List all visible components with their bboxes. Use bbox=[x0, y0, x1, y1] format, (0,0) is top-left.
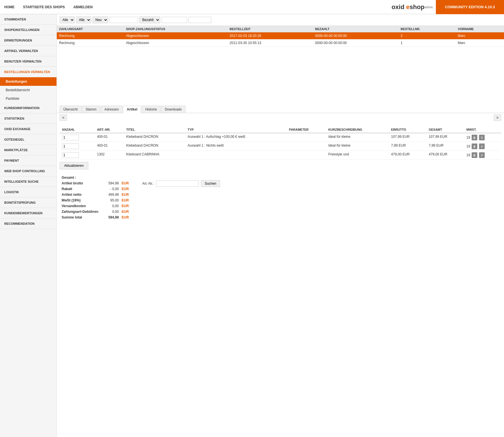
nav-arrow-right[interactable]: > bbox=[494, 115, 501, 121]
sidebar-item-stammdaten[interactable]: STAMMDATEN bbox=[0, 14, 57, 25]
filter-dropdown-3[interactable]: Neu bbox=[93, 16, 108, 23]
header: HOME STARTSEITE DES SHOPS ABMELDEN oxid … bbox=[0, 0, 504, 14]
filter-dropdown-1[interactable]: Alle bbox=[60, 16, 75, 23]
pause-icon-3[interactable]: ⏸ bbox=[479, 152, 485, 158]
table-row[interactable]: Rechnung Abgeschlossen 2017-02-03 18:20:… bbox=[57, 32, 504, 39]
art-nr-2: 400-01 bbox=[95, 142, 124, 151]
summary-label-3: MwSt (19%) bbox=[60, 198, 100, 203]
aktualisieren-button[interactable]: Aktualisieren bbox=[60, 162, 88, 169]
summary-row: Artikel brutto 594,98 EUR bbox=[60, 181, 130, 186]
cell-bezahlt: 0000-00-00 00:00:00 bbox=[313, 39, 398, 47]
nav-startseite[interactable]: STARTSEITE DES SHOPS bbox=[23, 5, 65, 9]
summary-label-1: Rabatt bbox=[60, 186, 100, 192]
logo: oxid eshop admin bbox=[389, 2, 436, 12]
summary-label-5: Zahlungsart-Gebühren bbox=[60, 209, 100, 214]
sidebar-item-intelligente-suche[interactable]: INTELLIGENTE SUCHE bbox=[0, 176, 57, 187]
kurzbeschreibung-2: Ideal für kleine bbox=[326, 142, 389, 151]
col-bezahlt: BEZAHLT bbox=[313, 26, 398, 32]
sidebar-item-kundenbewertungen[interactable]: KUNDENBEWERTUNGEN bbox=[0, 208, 57, 218]
sidebar-item-bonitaetspruefung[interactable]: BONITÄTSPRÜFUNG bbox=[0, 197, 57, 208]
sidebar-item-bestellungen-verwalten[interactable]: BESTELLUNGEN VERWALTEN bbox=[0, 67, 57, 77]
mwst-1: 19 bbox=[467, 136, 470, 140]
filter-bar: Alle Alle Neu Bezahlt bbox=[57, 14, 504, 26]
typ-1: Auswahl 1 : Aufschlag +100,00 € weiß bbox=[185, 133, 287, 142]
sidebar-item-logistik[interactable]: LOGISTIK bbox=[0, 187, 57, 197]
anzahl-input-3[interactable] bbox=[62, 152, 79, 158]
sidebar-item-shopeinstellungen[interactable]: SHOPEINSTELLUNGEN bbox=[0, 25, 57, 35]
summary-currency-0: EUR bbox=[121, 181, 130, 186]
filter-input-2[interactable] bbox=[162, 17, 187, 23]
sidebar-subitem-packliste[interactable]: Packliste bbox=[0, 94, 57, 103]
tab-artikel[interactable]: Artikel bbox=[123, 106, 141, 113]
cell-zahlungsart: Rechnung bbox=[57, 39, 124, 47]
typ-2: Auswahl 1 : Nichts weiß bbox=[185, 142, 287, 151]
parameter-1 bbox=[287, 133, 326, 142]
table-row[interactable]: Rechnung Abgeschlossen 2011-03-30 10:55:… bbox=[57, 39, 504, 47]
anzahl-input-1[interactable] bbox=[62, 135, 79, 140]
kurzbeschreibung-1: Ideal für kleine bbox=[326, 133, 389, 142]
summary-label-0: Artikel brutto bbox=[60, 181, 100, 186]
tab-stamm[interactable]: Stamm bbox=[82, 106, 100, 113]
order-table: ZAHLUNGSART SHOP-ZAHLUNGSSTATUS BESTELLZ… bbox=[57, 26, 504, 47]
filter-dropdown-4[interactable]: Bezahlt bbox=[139, 16, 160, 23]
sidebar: STAMMDATEN SHOPEINSTELLUNGEN ERWEITERUNG… bbox=[0, 14, 57, 437]
summary-currency-2: EUR bbox=[121, 192, 130, 197]
sidebar-item-kundeninformation[interactable]: KUNDENINFORMATION bbox=[0, 103, 57, 113]
cell-status: Abgeschlossen bbox=[124, 32, 227, 39]
filter-input-3[interactable] bbox=[189, 17, 211, 23]
anzahl-input-2[interactable] bbox=[62, 143, 79, 149]
delete-icon-1[interactable]: 🗑 bbox=[472, 135, 477, 140]
main-content: Alle Alle Neu Bezahlt ZAHLUNGSART SHOP-Z… bbox=[57, 14, 504, 437]
gesamt-1: 107,99 EUR bbox=[426, 133, 464, 142]
cell-bezahlt: 0000-00-00 00:00:00 bbox=[313, 32, 398, 39]
cell-vorname: Marc bbox=[455, 32, 504, 39]
sidebar-subitem-bestellungen[interactable]: Bestellungen bbox=[0, 77, 57, 86]
sidebar-item-payment[interactable]: PAYMENT bbox=[0, 155, 57, 166]
sidebar-item-web-shop-controlling[interactable]: WEB SHOP CONTROLLING bbox=[0, 166, 57, 176]
nav-arrow-left[interactable]: < bbox=[60, 115, 67, 121]
summary-currency-6: EUR bbox=[121, 215, 130, 220]
art-nr-1: 400-01 bbox=[95, 133, 124, 142]
art-nr-3: 1302 bbox=[95, 151, 124, 160]
art-col-anzahl: ANZAHL bbox=[60, 126, 95, 133]
filter-input-1[interactable] bbox=[110, 17, 138, 23]
sidebar-subitem-bestelluebersicht[interactable]: Bestellübersicht bbox=[0, 86, 57, 94]
pause-icon-2[interactable]: ⏸ bbox=[479, 143, 485, 149]
sidebar-item-oxid-exchange[interactable]: OXID EXCHANGE bbox=[0, 124, 57, 134]
pause-icon-1[interactable]: ⏸ bbox=[479, 135, 485, 140]
col-shop-zahlungsstatus: SHOP-ZAHLUNGSSTATUS bbox=[124, 26, 227, 32]
sidebar-item-statistiken[interactable]: STATISTIKEN bbox=[0, 113, 57, 124]
summary-amount-4: 0,00 bbox=[100, 203, 120, 209]
search-row: Art.-Nr.: Suchen bbox=[142, 180, 220, 187]
summary-table: Gesamt : Artikel brutto 594,98 EUR Rabat… bbox=[60, 174, 131, 220]
summary-currency-1: EUR bbox=[121, 186, 130, 192]
typ-3 bbox=[185, 151, 287, 160]
delete-icon-2[interactable]: 🗑 bbox=[472, 143, 477, 149]
tab-historie[interactable]: Historie bbox=[142, 106, 161, 113]
edition-badge: COMMUNITY EDITION 4.10.3 bbox=[436, 0, 504, 14]
art-col-mwst: MWST. bbox=[464, 126, 501, 133]
filter-dropdown-2[interactable]: Alle bbox=[76, 16, 91, 23]
search-button[interactable]: Suchen bbox=[201, 180, 220, 187]
tab-adressen[interactable]: Adressen bbox=[101, 106, 123, 113]
nav-abmelden[interactable]: ABMELDEN bbox=[73, 5, 93, 9]
cell-bestellnr: 1 bbox=[398, 39, 455, 47]
sidebar-item-erweiterungen[interactable]: ERWEITERUNGEN bbox=[0, 35, 57, 46]
art-col-parameter: PARAMETER bbox=[287, 126, 326, 133]
tab-downloads[interactable]: Downloads bbox=[161, 106, 185, 113]
layout: STAMMDATEN SHOPEINSTELLUNGEN ERWEITERUNG… bbox=[0, 14, 504, 437]
summary-row: Versandkosten 0,00 EUR bbox=[60, 203, 130, 209]
summary-label-4: Versandkosten bbox=[60, 203, 100, 209]
search-input[interactable] bbox=[156, 180, 199, 187]
sidebar-item-guetesiegel[interactable]: GÜTESIEGEL bbox=[0, 134, 57, 145]
tab-uebersicht[interactable]: Übersicht bbox=[60, 106, 81, 113]
sidebar-item-recommendation[interactable]: RECOMMENDATION bbox=[0, 218, 57, 229]
nav-home[interactable]: HOME bbox=[4, 5, 14, 9]
sidebar-item-marktplaetze[interactable]: MARKTPLÄTZE bbox=[0, 145, 57, 155]
delete-icon-3[interactable]: 🗑 bbox=[472, 152, 477, 158]
gesamt-3: 479,00 EUR bbox=[426, 151, 464, 160]
sidebar-item-benutzer-verwalten[interactable]: BENUTZER VERWALTEN bbox=[0, 56, 57, 67]
art-col-ebrutto: EBRUTTO bbox=[389, 126, 426, 133]
sidebar-item-artikel-verwalten[interactable]: ARTIKEL VERWALTEN bbox=[0, 46, 57, 56]
mwst-3: 19 bbox=[467, 153, 470, 157]
